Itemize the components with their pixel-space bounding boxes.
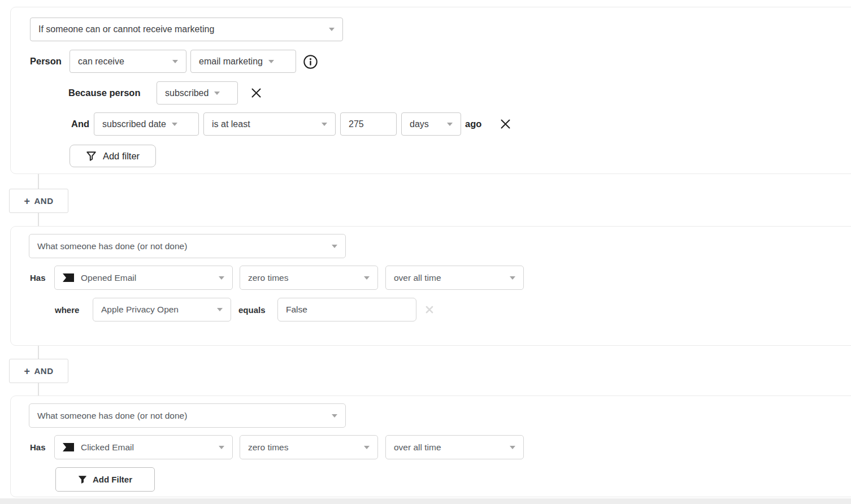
metric-value: Opened Email bbox=[81, 273, 136, 283]
has-label: Has bbox=[30, 435, 46, 459]
property-value: Apple Privacy Open bbox=[101, 305, 179, 315]
condition-type-dropdown[interactable]: What someone has done (or not done) bbox=[29, 234, 346, 258]
date-operator-value: is at least bbox=[212, 119, 250, 129]
has-label: Has bbox=[30, 266, 46, 290]
reason-dropdown[interactable]: subscribed bbox=[157, 81, 238, 105]
date-property-dropdown[interactable]: subscribed date bbox=[94, 112, 199, 136]
chevron-down-icon bbox=[217, 308, 223, 311]
remove-reason-filter-icon[interactable] bbox=[250, 87, 262, 99]
funnel-icon bbox=[78, 475, 87, 484]
property-dropdown[interactable]: Apple Privacy Open bbox=[93, 298, 231, 321]
klaviyo-flag-icon bbox=[63, 443, 74, 451]
and-button-label: AND bbox=[34, 366, 54, 376]
info-icon[interactable] bbox=[303, 54, 318, 69]
condition-type-value: If someone can or cannot receive marketi… bbox=[38, 24, 214, 34]
plus-icon: + bbox=[24, 196, 30, 206]
klaviyo-flag-icon bbox=[63, 273, 74, 282]
plus-icon: + bbox=[24, 366, 30, 376]
metric-value: Clicked Email bbox=[81, 442, 134, 453]
and-label: And bbox=[71, 112, 89, 136]
condition-type-dropdown[interactable]: If someone can or cannot receive marketi… bbox=[30, 18, 343, 41]
property-value-input[interactable] bbox=[277, 298, 416, 321]
condition-card-opened-email: What someone has done (or not done) Has … bbox=[10, 226, 851, 346]
chevron-down-icon bbox=[219, 276, 224, 280]
date-unit-dropdown[interactable]: days bbox=[401, 112, 461, 136]
condition-type-value: What someone has done (or not done) bbox=[37, 241, 187, 251]
date-operator-dropdown[interactable]: is at least bbox=[203, 112, 336, 136]
add-filter-label: Add filter bbox=[103, 151, 140, 162]
frequency-dropdown[interactable]: zero times bbox=[240, 435, 378, 459]
date-property-value: subscribed date bbox=[102, 119, 166, 129]
chevron-down-icon bbox=[510, 276, 515, 280]
add-and-condition-button[interactable]: + AND bbox=[9, 189, 68, 213]
add-filter-button[interactable]: Add filter bbox=[70, 145, 156, 167]
chevron-down-icon bbox=[219, 446, 224, 449]
condition-type-dropdown[interactable]: What someone has done (or not done) bbox=[29, 403, 346, 428]
chevron-down-icon bbox=[510, 446, 515, 449]
equals-label: equals bbox=[238, 298, 266, 321]
chevron-down-icon bbox=[364, 276, 370, 280]
date-value-input[interactable] bbox=[340, 112, 397, 136]
metric-dropdown[interactable]: Clicked Email bbox=[54, 435, 233, 459]
reason-value: subscribed bbox=[165, 88, 209, 98]
chevron-down-icon bbox=[332, 245, 337, 248]
consent-operator-dropdown[interactable]: can receive bbox=[70, 50, 186, 73]
add-filter-label: Add Filter bbox=[93, 475, 132, 484]
because-person-label: Because person bbox=[68, 81, 140, 105]
frequency-value: zero times bbox=[248, 273, 289, 283]
remove-where-filter-icon[interactable] bbox=[425, 305, 434, 314]
timeframe-dropdown[interactable]: over all time bbox=[385, 435, 524, 459]
where-label: where bbox=[55, 298, 79, 321]
chevron-down-icon bbox=[322, 123, 327, 126]
condition-card-marketing: If someone can or cannot receive marketi… bbox=[10, 7, 851, 174]
condition-card-clicked-email: What someone has done (or not done) Has … bbox=[10, 396, 851, 497]
metric-dropdown[interactable]: Opened Email bbox=[54, 266, 233, 290]
add-and-condition-button[interactable]: + AND bbox=[9, 359, 68, 383]
condition-type-value: What someone has done (or not done) bbox=[37, 411, 187, 421]
chevron-down-icon bbox=[364, 446, 370, 449]
date-unit-value: days bbox=[410, 119, 429, 129]
add-filter-button[interactable]: Add Filter bbox=[55, 467, 155, 492]
person-label: Person bbox=[30, 50, 62, 73]
chevron-down-icon bbox=[172, 123, 177, 126]
channel-value: email marketing bbox=[199, 57, 263, 67]
frequency-dropdown[interactable]: zero times bbox=[240, 266, 378, 290]
ago-label: ago bbox=[465, 112, 481, 136]
timeframe-value: over all time bbox=[394, 273, 441, 283]
chevron-down-icon bbox=[329, 28, 335, 31]
and-button-label: AND bbox=[34, 196, 54, 206]
timeframe-value: over all time bbox=[394, 442, 441, 453]
frequency-value: zero times bbox=[248, 442, 289, 453]
chevron-down-icon bbox=[214, 92, 220, 95]
remove-date-filter-icon[interactable] bbox=[500, 118, 511, 130]
timeframe-dropdown[interactable]: over all time bbox=[385, 266, 524, 290]
channel-dropdown[interactable]: email marketing bbox=[190, 50, 296, 73]
segment-builder: If someone can or cannot receive marketi… bbox=[0, 0, 851, 504]
consent-operator-value: can receive bbox=[78, 57, 124, 67]
page-bottom-background bbox=[0, 498, 851, 504]
chevron-down-icon bbox=[172, 60, 178, 63]
chevron-down-icon bbox=[268, 60, 274, 63]
funnel-icon bbox=[86, 151, 97, 162]
chevron-down-icon bbox=[332, 414, 337, 418]
chevron-down-icon bbox=[447, 123, 453, 126]
